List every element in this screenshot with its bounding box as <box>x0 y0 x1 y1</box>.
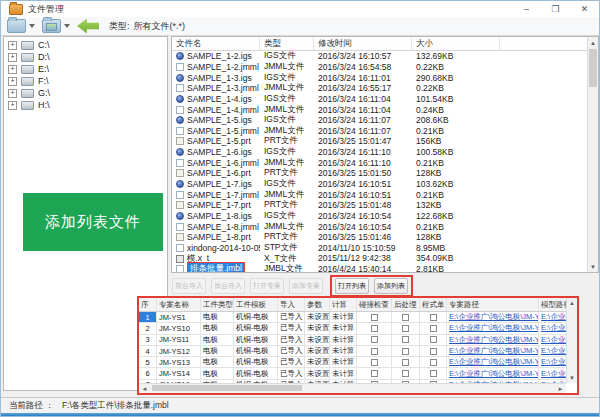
checkbox[interactable] <box>371 325 378 332</box>
file-name-cell[interactable]: SAMPLE_1-8.igs <box>172 211 260 221</box>
model-path-link[interactable]: E:\企业推广\鸿公电极\JM <box>541 346 566 356</box>
project-path-link[interactable]: E:\企业推广\鸿公电极\JM-YS10 <box>449 323 539 333</box>
file-row[interactable]: SAMPLE_1-3.jmmlJMML文件2016/3/24 16:55:170… <box>172 83 598 94</box>
tree-item-drive[interactable]: +H:\ <box>4 99 167 111</box>
file-row[interactable]: SAMPLE_1-6.igsIGS文件2016/3/24 16:11:10100… <box>172 147 598 158</box>
file-name-cell[interactable]: SAMPLE_1-7.jmml <box>172 190 260 200</box>
expand-icon[interactable]: + <box>8 41 17 50</box>
file-row[interactable]: SAMPLE_1-4.igsIGS文件2016/3/24 16:11:04101… <box>172 94 598 105</box>
model-path-link[interactable]: E:\企业推广\鸿公电极\JM <box>541 357 566 367</box>
checkbox[interactable] <box>402 336 409 343</box>
tree-item-drive[interactable]: +C:\ <box>4 39 167 51</box>
file-row[interactable]: SAMPLE_1-8.igsIGS文件2016/3/24 16:10:54122… <box>172 211 598 222</box>
table-row[interactable]: 3JM-YS11电极机铜-电极已导入未设置未计算E:\企业推广\鸿公电极\JM-… <box>139 335 566 346</box>
expand-icon[interactable]: + <box>8 89 17 98</box>
checkbox[interactable] <box>371 370 378 377</box>
checkbox[interactable] <box>430 325 437 332</box>
project-table-hscrollbar[interactable]: ◄ ► <box>139 383 566 393</box>
column-header[interactable]: 专案名称 <box>157 298 201 311</box>
file-name-cell[interactable]: SAMPLE_1-2.igs <box>172 51 260 61</box>
file-name-cell[interactable]: SAMPLE_1-6.jmml <box>172 158 260 168</box>
file-name-cell[interactable]: SAMPLE_1-4.jmml <box>172 105 260 115</box>
model-path-link[interactable]: E:\企业推广\鸿公电极\JM <box>541 335 566 345</box>
file-row[interactable]: SAMPLE_1-7.jmmlJMML文件2016/3/24 16:10:510… <box>172 189 598 200</box>
file-row[interactable]: SAMPLE_1-6.jmmlJMML文件2016/3/24 16:11:100… <box>172 157 598 168</box>
open-folder-button[interactable] <box>7 19 35 33</box>
scroll-thumb[interactable] <box>152 385 302 391</box>
file-name-cell[interactable]: SAMPLE_1-4.igs <box>172 94 260 104</box>
column-header[interactable]: 专案路径 <box>447 298 539 311</box>
file-row[interactable]: SAMPLE_1-2.igsIGS文件2016/3/24 16:10:57132… <box>172 51 598 62</box>
file-row[interactable]: SAMPLE_1-8.jmmlJMML文件2016/3/24 16:10:540… <box>172 221 598 232</box>
table-row[interactable]: 1JM-YS1电极机铜-电极已导入未设置未计算E:\企业推广\鸿公电极\JM-Y… <box>139 312 566 323</box>
table-row[interactable]: 5JM-YS13电极机铜-电极已导入未设置未计算E:\企业推广\鸿公电极\JM-… <box>139 357 566 368</box>
file-row[interactable]: SAMPLE_1-7.prtPRT文件2016/3/25 15:01:48132… <box>172 200 598 211</box>
column-header[interactable]: 碰撞检查 <box>357 298 392 311</box>
file-row[interactable]: 排条批量.jmblJMBL文件2016/4/24 15:40:142.81KB <box>172 264 598 273</box>
column-header[interactable]: 工件类型 <box>201 298 234 311</box>
checkbox[interactable] <box>402 325 409 332</box>
scroll-up-icon[interactable]: ▲ <box>588 37 598 48</box>
scroll-left-icon[interactable]: ◄ <box>139 384 150 393</box>
column-header[interactable]: 文件名 <box>172 37 260 50</box>
column-header[interactable]: 模型路径 <box>539 298 566 311</box>
scroll-down-icon[interactable]: ▼ <box>588 261 598 272</box>
checkbox[interactable] <box>371 336 378 343</box>
model-path-link[interactable]: E:\企业推广\鸿公电极\JM <box>541 312 566 322</box>
column-header[interactable]: 参数 <box>305 298 330 311</box>
checkbox[interactable] <box>402 370 409 377</box>
model-path-link[interactable]: E:\企业推广\鸿公电极\JM <box>541 323 566 333</box>
file-name-cell[interactable]: SAMPLE_1-7.igs <box>172 179 260 189</box>
file-name-cell[interactable]: SAMPLE_1-5.jmml <box>172 126 260 136</box>
checkbox[interactable] <box>430 314 437 321</box>
back-arrow-icon[interactable] <box>77 19 99 34</box>
add-list-button[interactable]: 添加列表 <box>374 278 408 294</box>
checkbox[interactable] <box>371 314 378 321</box>
file-name-cell[interactable]: 排条批量.jmbl <box>172 262 260 273</box>
checkbox[interactable] <box>430 359 437 366</box>
file-row[interactable]: SAMPLE_1-7.igsIGS文件2016/3/24 16:10:51103… <box>172 179 598 190</box>
scroll-thumb[interactable] <box>589 49 597 87</box>
expand-icon[interactable]: + <box>8 53 17 62</box>
tree-item-drive[interactable]: +G:\ <box>4 87 167 99</box>
project-path-link[interactable]: E:\企业推广\鸿公电极\JM-YS1 <box>449 312 539 322</box>
chevron-down-icon[interactable] <box>29 24 35 28</box>
file-row[interactable]: SAMPLE_1-3.igsIGS文件2016/3/24 16:11:01290… <box>172 72 598 83</box>
file-name-cell[interactable]: SAMPLE_1-3.igs <box>172 73 260 83</box>
tree-item-drive[interactable]: +D:\ <box>4 51 167 63</box>
table-row[interactable]: 6JM-YS14电极机铜-电极已导入未设置未计算E:\企业推广\鸿公电极\JM-… <box>139 368 566 379</box>
file-name-cell[interactable]: xindong-2014-10-05.stp <box>172 243 260 253</box>
file-type-filter[interactable]: 所有文件(*.*) <box>134 20 186 33</box>
file-row[interactable]: SAMPLE_1-4.jmmlJMML文件2016/3/24 16:11:040… <box>172 104 598 115</box>
project-path-link[interactable]: E:\企业推广\鸿公电极\JM-YS12 <box>449 346 539 356</box>
file-name-cell[interactable]: SAMPLE_1-3.jmml <box>172 83 260 93</box>
project-table-vscrollbar[interactable]: ▲ ▼ <box>566 298 577 383</box>
recent-folder-button[interactable] <box>42 19 70 33</box>
checkbox[interactable] <box>430 348 437 355</box>
file-name-cell[interactable]: SAMPLE_1-5.igs <box>172 115 260 125</box>
minimize-button[interactable]: – <box>512 1 541 17</box>
checkbox[interactable] <box>402 314 409 321</box>
expand-icon[interactable]: + <box>8 101 17 110</box>
column-header[interactable]: 计算 <box>330 298 357 311</box>
model-path-link[interactable]: E:\企业推广\鸿公电极\JM <box>541 369 566 379</box>
scroll-right-icon[interactable]: ► <box>555 384 566 393</box>
file-row[interactable]: SAMPLE_1-8.prtPRT文件2016/3/25 15:01:46128… <box>172 232 598 243</box>
file-row[interactable]: SAMPLE_1-5.jmmlJMML文件2016/3/24 16:11:070… <box>172 125 598 136</box>
file-row[interactable]: SAMPLE_1-5.igsIGS文件2016/3/24 16:11:07208… <box>172 115 598 126</box>
tree-item-drive[interactable]: +F:\ <box>4 75 167 87</box>
expand-icon[interactable]: + <box>8 77 17 86</box>
scroll-up-icon[interactable]: ▲ <box>567 298 577 308</box>
checkbox[interactable] <box>402 348 409 355</box>
column-header[interactable]: 大小 <box>412 37 500 50</box>
column-header[interactable]: 序 <box>139 298 157 311</box>
file-row[interactable]: SAMPLE_1-5.prtPRT文件2016/3/25 15:01:47156… <box>172 136 598 147</box>
maximize-button[interactable]: ❐ <box>541 1 570 17</box>
file-name-cell[interactable]: SAMPLE_1-6.prt <box>172 168 260 178</box>
checkbox[interactable] <box>430 370 437 377</box>
checkbox[interactable] <box>402 359 409 366</box>
table-row[interactable]: 4JM-YS12电极机铜-电极已导入未设置未计算E:\企业推广\鸿公电极\JM-… <box>139 346 566 357</box>
column-header[interactable]: 修改时间 <box>314 37 412 50</box>
file-name-cell[interactable]: SAMPLE_1-2.jmml <box>172 62 260 72</box>
expand-icon[interactable]: + <box>8 65 17 74</box>
